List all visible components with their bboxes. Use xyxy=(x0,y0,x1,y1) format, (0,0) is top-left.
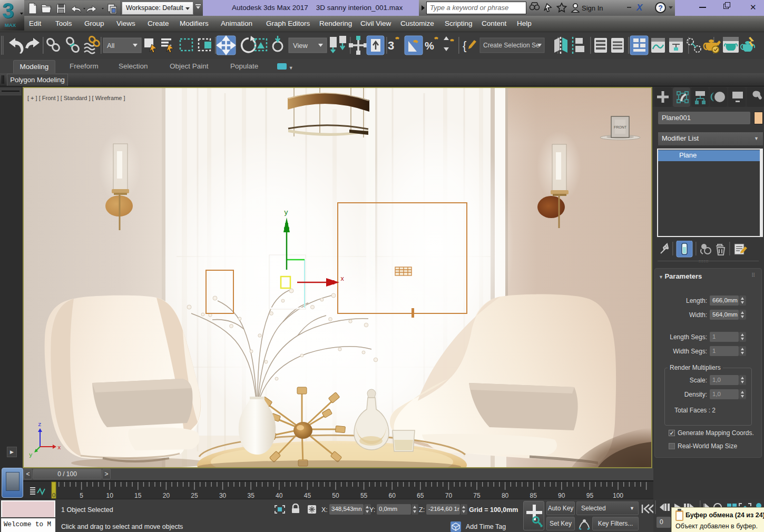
svg-text:95: 95 xyxy=(586,492,594,499)
svg-text:%: % xyxy=(425,40,434,52)
svg-text:[ + ] [ Front ] [ Standard ] [: [ + ] [ Front ] [ Standard ] [ Wireframe… xyxy=(27,95,125,101)
svg-text:100: 100 xyxy=(613,492,623,499)
svg-text:40: 40 xyxy=(276,492,283,499)
svg-text:y: y xyxy=(284,209,288,216)
svg-text:30: 30 xyxy=(219,492,227,499)
svg-text:x: x xyxy=(340,275,344,283)
svg-text:5: 5 xyxy=(80,492,83,499)
svg-text:All: All xyxy=(107,42,115,50)
svg-text:View: View xyxy=(293,42,308,50)
svg-text:70: 70 xyxy=(445,492,453,499)
svg-text:3: 3 xyxy=(388,39,394,52)
svg-text:x: x xyxy=(57,445,61,451)
svg-text:75: 75 xyxy=(473,492,481,499)
svg-text:80: 80 xyxy=(502,492,509,499)
svg-text:25: 25 xyxy=(191,492,198,499)
svg-text:Create Selection Se: Create Selection Se xyxy=(483,42,540,49)
svg-text:10: 10 xyxy=(106,492,114,499)
svg-text:65: 65 xyxy=(417,492,424,499)
svg-text:15: 15 xyxy=(134,492,142,499)
svg-text:0: 0 xyxy=(52,492,55,498)
svg-text:y: y xyxy=(29,452,33,458)
svg-text:20: 20 xyxy=(163,492,170,499)
svg-text:55: 55 xyxy=(360,492,368,499)
svg-text:35: 35 xyxy=(248,492,255,499)
svg-text:50: 50 xyxy=(332,492,339,499)
svg-text:FRONT: FRONT xyxy=(614,125,627,129)
svg-text:85: 85 xyxy=(530,492,537,499)
svg-text:z: z xyxy=(38,421,42,428)
svg-text:45: 45 xyxy=(304,492,311,499)
svg-text:60: 60 xyxy=(389,492,396,499)
svg-text:{: { xyxy=(463,39,466,52)
svg-text:90: 90 xyxy=(558,492,565,499)
